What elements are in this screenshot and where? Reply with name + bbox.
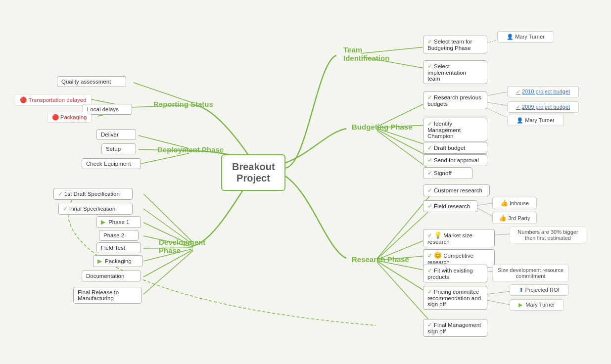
task-transport-delayed: 🔴 Transportation delayed (15, 94, 92, 106)
phase-research: Research Phase (348, 253, 413, 266)
task-market-research: ✓💡 Market size research (423, 229, 495, 247)
task-identify-champion: ✓Identify Management Champion (423, 118, 487, 141)
task-select-impl: ✓Select implementationteam (423, 60, 487, 84)
task-fit-products: ✓Fit with existing products (423, 265, 487, 282)
node-2009-budget[interactable]: ✓2009 project budget (507, 101, 579, 113)
task-select-budgeting: ✓Select team forBudgeting Phase (423, 36, 487, 53)
task-check-equipment: Check Equipment (82, 158, 141, 169)
svg-line-34 (143, 251, 193, 294)
svg-line-18 (475, 203, 495, 206)
task-setup: Setup (101, 143, 136, 154)
node-fit-note: Size development resource commitment (492, 265, 569, 281)
task-phase2: Phase 2 (99, 230, 139, 241)
task-1st-draft: ✓1st Draft Specification (53, 188, 133, 200)
svg-line-27 (143, 194, 193, 242)
task-final-spec: ✓Final Specification (58, 203, 133, 215)
task-packaging-warning: 🔴 Packaging (47, 112, 92, 123)
phase-development: DevelopmentPhase (155, 236, 209, 257)
task-field-test: Field Test (96, 242, 141, 253)
task-final-mgmt: ✓Final Management sign off (423, 319, 487, 337)
task-documentation: Documentation (82, 271, 141, 281)
task-final-release: Final Release toManufacturing (73, 287, 141, 304)
task-pricing: ✓Pricing committee recommendation and si… (423, 286, 487, 310)
task-research-budgets: ✓Research previous budgets (423, 91, 487, 109)
node-mary-turner-2: 👤 Mary Turner (507, 115, 564, 126)
phase-deployment: Deployment Phase (153, 143, 228, 156)
task-field-research: ✓Field research (423, 200, 477, 212)
node-market-note: Numbers are 30% bigger then first estima… (510, 227, 586, 243)
node-proj-roi: ⬆ Projected ROI (510, 284, 569, 296)
phase-reporting: Reporting Status (149, 98, 217, 110)
task-phase1: ▶ Phase 1 (96, 216, 141, 228)
phase-team: TeamIdentification (339, 44, 393, 64)
svg-line-19 (475, 207, 495, 218)
task-draft-budget: ✓Draft budget (423, 142, 487, 154)
node-2010-budget[interactable]: ✓2010 project budget (507, 86, 579, 97)
task-packaging: ▶ Packaging (93, 255, 142, 267)
node-mary-turner-3: ▶ Mary Turner (510, 299, 564, 311)
center-node: Breakout Project (221, 154, 285, 191)
task-signoff: ✓Signoff (423, 167, 472, 179)
node-3rdparty: 👍 3rd Party (492, 212, 537, 224)
task-deliver: Deliver (96, 129, 136, 140)
phase-budgeting: Budgeting Phase (348, 121, 417, 133)
node-inhouse: 👍 Inhouse (492, 197, 537, 209)
task-quality-assessment: Quality assessment (57, 76, 126, 87)
node-mary-turner-1: 👤 Mary Turner (497, 31, 554, 43)
task-send-approval: ✓Send for approval (423, 154, 487, 166)
task-customer-research: ✓Customer research (423, 184, 490, 196)
